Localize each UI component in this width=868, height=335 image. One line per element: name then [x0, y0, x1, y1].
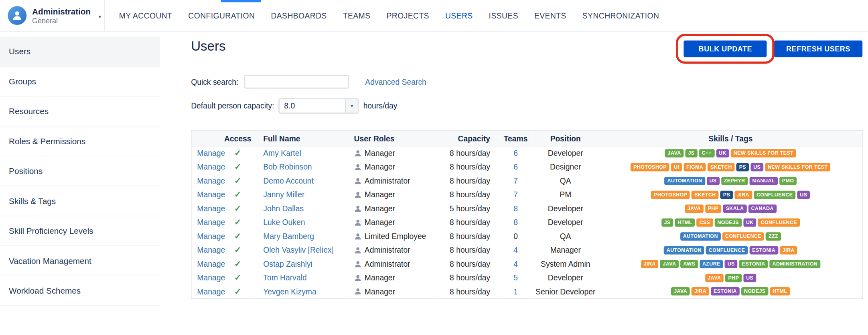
teams-count-link[interactable]: 8	[513, 204, 518, 213]
skill-tag: US	[743, 274, 756, 282]
user-name-link[interactable]: Luke Ouken	[263, 218, 305, 227]
skill-tag: JIRA	[641, 260, 659, 268]
nav-item-my-account[interactable]: MY ACCOUNT	[119, 11, 172, 20]
user-name-link[interactable]: Mary Bamberg	[263, 232, 314, 241]
tags-cell: PHOTOSHOPUIFIGMASKETCHPSUSNEW SKILLS FOR…	[599, 160, 863, 174]
manage-link[interactable]: Manage	[197, 149, 225, 157]
sidebar-item-roles-permissions[interactable]: Roles & Permissions	[0, 127, 160, 157]
nav-item-teams[interactable]: TEAMS	[343, 11, 371, 20]
skill-tag: HTML	[675, 218, 695, 227]
user-role-icon	[354, 260, 361, 268]
teams-count-link[interactable]: 6	[513, 149, 518, 157]
table-row: Manage✓John DallasManager5 hours/day8Dev…	[191, 202, 863, 216]
app-brand[interactable]: Administration General ▾	[0, 6, 104, 25]
nav-item-issues[interactable]: ISSUES	[489, 11, 518, 20]
teams-count-link[interactable]: 7	[513, 176, 518, 185]
sidebar-item-groups[interactable]: Groups	[0, 67, 160, 97]
quick-search-input[interactable]	[244, 75, 349, 89]
manage-link[interactable]: Manage	[197, 245, 225, 254]
app-subtitle: General	[32, 16, 91, 25]
teams-count-link[interactable]: 4	[513, 245, 518, 254]
skill-tags: PHOTOSHOPSKETCHPSJIRACONFLUENCEUS	[599, 190, 863, 199]
teams-cell: 7	[499, 174, 532, 188]
manage-link[interactable]: Manage	[197, 273, 225, 282]
user-name-link[interactable]: John Dallas	[263, 204, 304, 213]
teams-count-link[interactable]: 4	[513, 259, 518, 268]
capacity-cell: 8 hours/day	[439, 215, 499, 229]
user-name-link[interactable]: Janny Miller	[263, 190, 304, 199]
manage-link[interactable]: Manage	[197, 190, 225, 199]
skill-tag: ZEPHYR	[721, 177, 748, 185]
manage-link[interactable]: Manage	[197, 259, 225, 268]
user-role-label: Administrator	[365, 176, 410, 185]
skill-tags: AUTOMATIONCONFLUENCEESTONIAJIRA	[599, 246, 863, 254]
user-role-label: Manager	[365, 273, 395, 282]
teams-cell: 5	[499, 271, 532, 285]
position-cell: Designer	[532, 160, 599, 174]
position-cell: System Admin	[532, 257, 599, 271]
sidebar-item-users[interactable]: Users	[0, 37, 160, 67]
user-name-link[interactable]: Yevgen Kizyma	[263, 287, 316, 296]
user-name-link[interactable]: Demo Account	[263, 176, 314, 185]
position-cell: QA	[532, 229, 599, 243]
name-cell: Janny Miller	[252, 188, 345, 202]
nav-item-users[interactable]: USERS	[445, 11, 473, 20]
tags-cell: JAVAJIRAESTONIANODEJSHTML	[599, 285, 863, 299]
user-role-label: Limited Employee	[365, 232, 426, 241]
skill-tag: PS	[720, 190, 733, 199]
bulk-update-button[interactable]: BULK UPDATE	[684, 41, 767, 57]
manage-link[interactable]: Manage	[197, 232, 225, 241]
skill-tag: SKALA	[723, 204, 747, 213]
skill-tag: AZURE	[700, 260, 723, 268]
manage-link[interactable]: Manage	[197, 218, 225, 227]
skill-tag: NODEJS	[715, 218, 742, 227]
manage-link[interactable]: Manage	[197, 287, 225, 296]
user-role-icon	[354, 205, 361, 212]
sidebar-item-skill-proficiency-levels[interactable]: Skill Proficiency Levels	[0, 216, 160, 246]
user-name-link[interactable]: Oleh Vasyliv [Reliex]	[263, 245, 334, 254]
sidebar-item-workload-schemes[interactable]: Workload Schemes	[0, 276, 160, 306]
access-check-icon: ✓	[234, 190, 241, 199]
sidebar-item-skills-tags[interactable]: Skills & Tags	[0, 186, 160, 217]
table-row: Manage✓Tom HarvaldManager8 hours/day5Dev…	[191, 271, 863, 285]
nav-item-events[interactable]: EVENTS	[534, 11, 566, 20]
manage-link[interactable]: Manage	[197, 176, 225, 185]
position-cell: Senior Developer	[532, 285, 599, 299]
nav-item-dashboards[interactable]: DASHBOARDS	[271, 11, 327, 20]
nav-item-projects[interactable]: PROJECTS	[387, 11, 429, 20]
nav-item-synchronization[interactable]: SYNCHRONIZATION	[582, 11, 659, 20]
chevron-down-icon[interactable]: ▾	[98, 13, 101, 19]
teams-count-link[interactable]: 8	[513, 218, 518, 227]
role-cell: Administrator	[345, 257, 439, 271]
user-role-icon	[354, 274, 361, 281]
nav-item-configuration[interactable]: CONFIGURATION	[188, 11, 255, 20]
teams-count-link[interactable]: 6	[513, 162, 518, 171]
access-cell: ✓	[223, 271, 252, 285]
manage-link[interactable]: Manage	[197, 204, 225, 213]
sidebar-item-vacation-management[interactable]: Vacation Management	[0, 246, 160, 276]
sidebar-item-label: Workload Schemes	[9, 286, 81, 295]
user-name-link[interactable]: Bob Robinson	[263, 162, 312, 171]
user-name-link[interactable]: Tom Harvald	[263, 273, 306, 282]
role-cell: Manager	[345, 202, 439, 216]
skill-tag: PS	[736, 163, 749, 171]
skill-tag: JAVA	[685, 204, 704, 213]
manage-link[interactable]: Manage	[197, 162, 225, 171]
user-role: Manager	[354, 287, 440, 296]
sidebar-item-resources[interactable]: Resources	[0, 96, 160, 127]
advanced-search-link[interactable]: Advanced Search	[365, 78, 426, 86]
users-table-body: Manage✓Amy KartelManager8 hours/day6Deve…	[191, 146, 863, 299]
skill-tag: C++	[699, 149, 715, 157]
teams-count-link[interactable]: 1	[513, 287, 518, 296]
sidebar-item-positions[interactable]: Positions	[0, 156, 160, 186]
refresh-users-button[interactable]: REFRESH USERS	[774, 41, 862, 57]
user-name-link[interactable]: Amy Kartel	[263, 149, 301, 157]
capacity-dropdown-button[interactable]: ▾	[345, 99, 358, 112]
teams-count-link[interactable]: 7	[513, 190, 518, 199]
teams-count: 0	[513, 232, 518, 241]
teams-count-link[interactable]: 5	[513, 273, 518, 282]
capacity-cell: 8 hours/day	[439, 188, 499, 202]
capacity-input[interactable]	[280, 99, 345, 112]
user-name-link[interactable]: Ostap Zaishlyi	[263, 259, 312, 268]
capacity-cell: 8 hours/day	[439, 160, 499, 174]
